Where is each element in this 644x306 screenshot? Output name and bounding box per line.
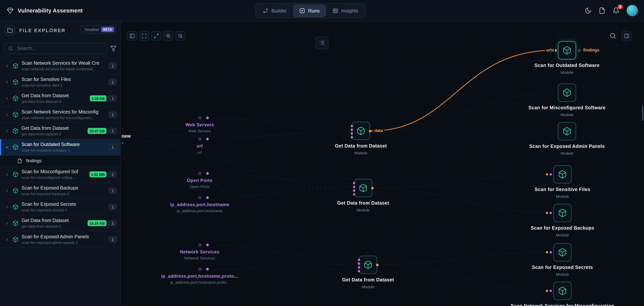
input-node-open-ports[interactable]: Open Ports Open Ports (158, 172, 241, 189)
module-node-get-data-1[interactable]: data Get Data from Dataset Module (352, 122, 370, 140)
input-port[interactable] (358, 259, 360, 261)
input-node-network-services[interactable]: Network Services Network Services (158, 244, 241, 260)
list-item[interactable]: Scan for Exposed Backupsscan-for-exposed… (0, 183, 120, 199)
user-avatar[interactable] (627, 5, 638, 16)
list-item[interactable]: Scan Network Services for Weak Crescan-n… (0, 58, 120, 74)
expand-button[interactable] (151, 31, 161, 41)
list-item[interactable]: Scan for Exposed Secretsscan-for-exposed… (0, 199, 120, 215)
chevron-right-icon[interactable] (4, 63, 10, 68)
zoom-in-button[interactable] (164, 31, 173, 41)
chevron-right-icon[interactable] (4, 221, 10, 226)
module-box[interactable] (558, 41, 576, 59)
port-dot[interactable] (206, 138, 208, 140)
document-icon[interactable] (599, 7, 606, 14)
module-box[interactable] (554, 243, 572, 261)
module-node-get-data-3[interactable]: Get Data from Dataset Module (359, 256, 377, 274)
input-port[interactable] (550, 290, 552, 292)
module-node-scan-exposed-admin-panels[interactable]: Scan for Exposed Admin Panels Module (558, 122, 576, 140)
module-node-scan-exposed-secrets[interactable]: Scan for Exposed Secrets Module (554, 243, 572, 261)
input-port[interactable] (358, 262, 360, 265)
output-port[interactable] (369, 129, 372, 132)
chevron-right-icon[interactable] (4, 80, 10, 85)
tab-insights[interactable]: Insights (327, 5, 364, 17)
canvas-search-icon[interactable] (609, 32, 616, 39)
port-ring[interactable] (198, 172, 201, 175)
port-dot[interactable] (206, 196, 208, 199)
input-port[interactable] (358, 266, 360, 268)
input-port[interactable] (353, 186, 355, 188)
input-port[interactable] (350, 125, 353, 127)
module-node-scan-misconfigured-software[interactable]: Scan for Misconfigured Software Module (558, 84, 576, 102)
port-dot[interactable] (206, 172, 208, 175)
input-node-ip-port-hostname-proto[interactable]: ip_address,port,hostname,proto... ip_add… (158, 268, 241, 284)
chevron-right-icon[interactable] (4, 204, 10, 209)
canvas-scrollbar[interactable] (642, 105, 643, 121)
tab-runs[interactable]: Runs (294, 4, 326, 17)
right-panel-button[interactable] (622, 31, 632, 41)
port-dot[interactable] (206, 116, 208, 119)
search-input[interactable] (16, 45, 103, 51)
edge-endpoint-dot[interactable] (546, 290, 548, 292)
module-box[interactable] (558, 122, 576, 140)
module-box[interactable] (558, 84, 576, 102)
chevron-right-icon[interactable] (4, 188, 10, 193)
chevron-right-icon[interactable] (4, 172, 10, 177)
list-item[interactable]: Scan for Sensitive Filesscan-for-sensiti… (0, 74, 120, 90)
list-item-selected[interactable]: Scan for Outdated Softwarescan-for-outda… (0, 139, 120, 156)
input-port[interactable] (550, 212, 552, 214)
module-box[interactable] (354, 179, 372, 197)
list-item[interactable]: Scan for Misconfigured Sofscan-for-misco… (0, 167, 120, 183)
edge-endpoint-dot[interactable] (546, 173, 548, 176)
output-port[interactable] (376, 263, 378, 266)
workflow-canvas[interactable]: new s Web Servers Web Servers url url Op… (121, 22, 644, 306)
module-box[interactable] (352, 122, 370, 140)
folder-button[interactable] (4, 25, 15, 36)
input-port[interactable] (350, 136, 353, 138)
port-ring[interactable] (198, 244, 201, 246)
list-item[interactable]: Get Data from Datasetget-data-from-datas… (0, 123, 120, 139)
input-node-url[interactable]: url url (158, 138, 241, 154)
list-item[interactable]: Get Data from Datasetget-data-from-datas… (0, 90, 120, 107)
port-ring[interactable] (198, 196, 201, 199)
chevron-right-icon[interactable] (4, 237, 10, 242)
module-box[interactable] (554, 165, 572, 184)
module-node-get-data-2[interactable]: Get Data from Dataset Module (354, 179, 372, 197)
list-item[interactable]: Scan Network Services for Misconfigscan-… (0, 107, 120, 123)
input-port[interactable] (550, 173, 552, 176)
input-port[interactable] (353, 193, 355, 196)
output-port[interactable] (578, 49, 580, 52)
port-ring[interactable] (198, 268, 201, 270)
chevron-right-icon[interactable] (4, 112, 10, 117)
input-node-web-servers[interactable]: Web Servers Web Servers (158, 116, 241, 133)
module-node-scan-outdated-software[interactable]: urls findings Scan for Outdated Software… (558, 41, 576, 59)
timeline-toggle[interactable]: Timeline BETA (80, 25, 116, 34)
fit-view-button[interactable] (139, 31, 149, 41)
input-port[interactable] (353, 190, 355, 192)
theme-moon-icon[interactable] (585, 7, 592, 14)
port-ring[interactable] (198, 116, 201, 119)
node-new-cropped[interactable]: new s (122, 133, 131, 145)
input-port[interactable] (350, 129, 353, 131)
input-port[interactable] (358, 270, 360, 272)
module-node-scan-sensitive-files[interactable]: Scan for Sensitive Files Module (554, 165, 572, 184)
chevron-down-icon[interactable] (4, 145, 10, 149)
port-dot[interactable] (206, 244, 208, 246)
module-node-scan-exposed-backups[interactable]: Scan for Exposed Backups Module (554, 204, 572, 222)
edge-endpoint-dot[interactable] (546, 251, 548, 253)
port-dot[interactable] (206, 268, 208, 270)
chevron-right-icon[interactable] (4, 128, 10, 133)
port-ring[interactable] (198, 138, 201, 140)
zoom-out-button[interactable] (176, 31, 185, 41)
module-node-scan-network-misconfiguration[interactable]: Scan Network Services for Misconfigurati… (554, 282, 572, 300)
module-box[interactable] (359, 256, 377, 274)
notifications-bell[interactable]: 2 (613, 7, 620, 14)
child-item-findings[interactable]: findings (0, 156, 120, 167)
tab-builder[interactable]: Builder (257, 5, 292, 17)
list-item[interactable]: Get Data from Datasetget-data-from-datas… (0, 215, 120, 231)
list-item[interactable]: Scan for Exposed Admin Panelsscan-for-ex… (0, 231, 120, 248)
module-box[interactable] (554, 282, 572, 300)
input-port[interactable] (350, 132, 353, 135)
input-node-ip-port-hostname[interactable]: ip_address,port,hostname ip_address,port… (158, 196, 241, 213)
module-box[interactable] (554, 204, 572, 222)
toggle-panel-button[interactable] (127, 31, 137, 41)
